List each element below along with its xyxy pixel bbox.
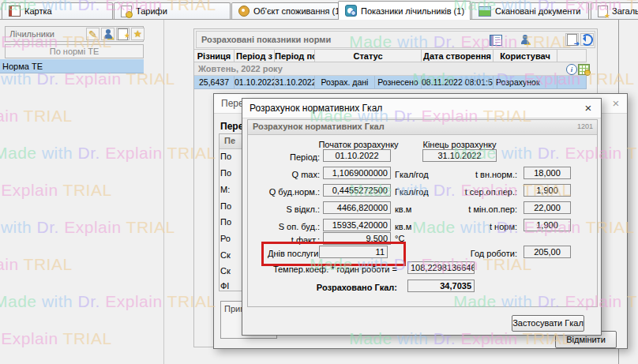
favorite-button[interactable]: ★: [131, 28, 144, 40]
s-vidkl-label: S відкл.:: [249, 203, 320, 216]
s-op-field[interactable]: 15935,420000: [323, 219, 391, 231]
counters-panel-header: Лічильники ✎ ★: [5, 26, 144, 42]
cell-period-to: 31.10.2022: [275, 76, 315, 89]
back-dialog-field-label: М:: [220, 184, 230, 195]
period-label: Період:: [258, 151, 320, 163]
tab-meter-readings[interactable]: Показники лічильників (1): [338, 1, 471, 20]
refresh-button[interactable]: [580, 33, 594, 46]
qbud-field[interactable]: 0,4455272500: [323, 184, 391, 197]
qmax-field[interactable]: 1,1069000000: [323, 167, 391, 179]
cell-diff: 25,6437: [194, 76, 235, 89]
star-icon: ★: [133, 29, 142, 39]
counters-panel-title: Лічильники: [9, 29, 54, 39]
col-header-status[interactable]: Статус: [315, 49, 422, 62]
t-vn-norm-label: t вн.норм.:: [433, 168, 517, 181]
result-field[interactable]: 34,7035: [407, 280, 475, 292]
t-ser-op-field[interactable]: 1,900: [524, 184, 571, 197]
table-header-row: Різниця Період з Період по Статус Дата с…: [194, 49, 587, 62]
back-dialog-field-label: По: [220, 167, 231, 178]
counters-column-header[interactable]: По нормі ТЕ: [5, 44, 144, 58]
refresh-icon: [581, 34, 593, 46]
card-icon: [9, 6, 21, 17]
tariffs-icon: [121, 6, 132, 17]
calculated-norms-title: Розраховані показники норми: [201, 35, 331, 44]
cell-empty: [557, 76, 587, 89]
edit-button[interactable]: ✎: [86, 28, 99, 40]
scanned-documents-icon: [478, 6, 491, 17]
back-dialog-field-label: По: [220, 216, 231, 227]
calc-groupbox-header: Розрахунок нормативних Гкал 1201: [248, 120, 597, 135]
calc-dialog-titlebar[interactable]: Розрахунок нормативних Гкал ×: [242, 99, 601, 118]
t-norm-field[interactable]: 1,900: [524, 219, 571, 231]
back-dialog-field-label: Ск: [220, 250, 231, 261]
col-header-period-from[interactable]: Період з: [235, 49, 275, 62]
info-icon[interactable]: i: [566, 64, 577, 75]
consumption-object-icon: [238, 6, 250, 17]
report-icon[interactable]: [490, 35, 502, 46]
page-star-icon: [118, 28, 128, 40]
close-icon[interactable]: ×: [580, 100, 596, 116]
period-from-field[interactable]: 01.10.2022: [323, 149, 391, 162]
tab-label: Тарифи: [136, 6, 167, 16]
tab-card[interactable]: Картка: [2, 2, 113, 19]
counters-selected-row[interactable]: Норма ТЕ: [0, 59, 144, 73]
result-label: Розраховано Гкал:: [242, 281, 397, 294]
qmax-label: Q max:: [249, 168, 320, 181]
s-vidkl-unit: кв.м: [395, 203, 411, 216]
days-highlight-box: [261, 242, 406, 266]
back-dialog-section-title: Пере: [220, 120, 243, 133]
calc-dialog: Розрахунок нормативних Гкал × Розрахунок…: [242, 98, 602, 336]
qbud-label: Q буд.норм.:: [249, 186, 320, 198]
cell-period-from: 01.10.2022: [235, 76, 275, 89]
user-settings-icon[interactable]: [520, 35, 530, 44]
s-vidkl-field[interactable]: 4466,820000: [323, 201, 391, 214]
tab-bar: Картка Тарифи Об'єкт споживання (1) Пока…: [0, 0, 638, 20]
t-norm-label: t норм:: [433, 220, 517, 233]
work-hours-field[interactable]: 205,00: [524, 246, 571, 258]
cell-created: 08.11.2022 08:01:59: [422, 76, 494, 89]
tab-label: Показники лічильників (1): [361, 6, 464, 16]
tab-label: Об'єкт споживання (1): [253, 6, 343, 16]
t-min-op-label: t мін.оп.пер:: [433, 203, 517, 216]
t-min-op-field[interactable]: 22,000: [524, 201, 571, 214]
t-ser-op-label: t сер.оп.пер.:: [433, 186, 517, 198]
tab-label: Скановані документи: [495, 6, 581, 16]
cell-status-2: Рознесено: [375, 76, 422, 89]
tab-label: Картка: [24, 6, 52, 16]
apply-gcal-button[interactable]: Застосувати Гкал: [512, 315, 584, 332]
period-to-field[interactable]: 31.10.2022: [422, 149, 497, 162]
counters-row-label: Норма ТЕ: [2, 62, 43, 71]
col-header-diff[interactable]: Різниця: [194, 49, 235, 62]
t-vn-norm-field[interactable]: 18,000: [524, 167, 571, 179]
page-star-button[interactable]: [116, 28, 129, 40]
qmax-unit: Гкал/год: [395, 168, 429, 181]
back-dialog-field-label: По: [220, 151, 231, 162]
col-header-created[interactable]: Дата створення: [422, 49, 494, 62]
col-header-empty: [557, 49, 587, 62]
temp-coef-field[interactable]: 108,2298136646: [407, 261, 475, 274]
export-button[interactable]: [565, 33, 579, 46]
tab-scanned-documents[interactable]: Скановані документи: [471, 2, 589, 19]
general-info-icon: [598, 6, 608, 17]
back-dialog-field-label: ФІ: [220, 280, 229, 291]
back-dialog-field-label: Ро: [220, 233, 231, 244]
col-header-user[interactable]: Користувач: [494, 49, 557, 62]
s-op-unit: кв.м: [395, 220, 411, 233]
panel-splitter[interactable]: [163, 20, 164, 364]
tab-consumption-object[interactable]: Об'єкт споживання (1): [231, 2, 339, 19]
calc-dialog-title: Розрахунок нормативних Гкал: [250, 103, 382, 114]
close-icon[interactable]: ×: [608, 96, 624, 111]
table-calc-icon[interactable]: [578, 64, 590, 75]
meter-readings-icon: [345, 5, 357, 17]
col-header-period-to[interactable]: Період по: [275, 49, 315, 62]
tab-general-info[interactable]: Загальна і: [591, 2, 638, 19]
tab-tariffs[interactable]: Тарифи: [114, 2, 231, 19]
qbud-unit: Гкал/год: [395, 186, 429, 198]
user-edit-button[interactable]: [101, 28, 114, 40]
calculated-norms-header: Розраховані показники норми: [196, 31, 595, 48]
calc-groupbox-title: Розрахунок нормативних Гкал: [253, 122, 385, 131]
pencil-icon: ✎: [88, 29, 97, 39]
group-row-label: Жовтень, 2022 року: [198, 64, 283, 73]
table-row[interactable]: 25,6437 01.10.2022 31.10.2022 Розрах. да…: [194, 76, 587, 89]
table-group-row[interactable]: Жовтень, 2022 року i: [194, 62, 587, 76]
